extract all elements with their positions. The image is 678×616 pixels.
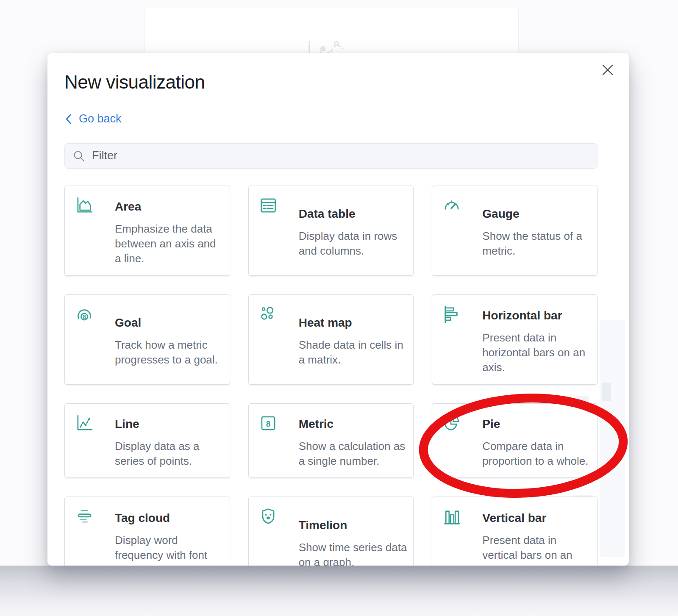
viz-card-metric[interactable]: 8 Metric Show a calculation as a single … — [248, 403, 414, 478]
gauge-icon — [442, 196, 461, 215]
filter-input-wrapper — [64, 143, 597, 169]
svg-text:8: 8 — [266, 419, 270, 428]
card-title: Goal — [115, 314, 224, 332]
heat-map-icon — [259, 305, 278, 324]
viz-card-timelion[interactable]: Timelion Show time series data on a grap… — [248, 497, 414, 566]
card-title: Vertical bar — [482, 509, 591, 527]
horizontal-bar-icon — [442, 305, 461, 324]
card-description: Track how a metric progresses to a goal. — [115, 338, 224, 367]
card-title: Pie — [482, 415, 591, 433]
area-chart-icon — [75, 196, 94, 215]
card-description: Emphasize the data between an axis and a… — [115, 222, 224, 266]
viz-type-grid: Area Emphasize the data between an axis … — [64, 186, 597, 566]
filter-input[interactable] — [92, 149, 589, 162]
card-title: Tag cloud — [115, 509, 224, 527]
card-title: Line — [115, 415, 224, 433]
goal-icon: 8 — [75, 305, 94, 324]
svg-text:8: 8 — [83, 314, 86, 320]
data-table-icon — [259, 196, 278, 215]
card-description: Compare data in proportion to a whole. — [482, 439, 591, 469]
card-description: Display data as a series of points. — [115, 439, 224, 469]
card-description: Show the status of a metric. — [482, 229, 591, 258]
search-icon — [72, 150, 85, 162]
chevron-left-icon — [64, 114, 73, 125]
card-title: Gauge — [482, 205, 591, 223]
viz-card-horizontal-bar[interactable]: Horizontal bar Present data in horizonta… — [432, 294, 597, 385]
viz-card-gauge[interactable]: Gauge Show the status of a metric. — [432, 186, 597, 276]
page: { "modal": { "title": "New visualization… — [0, 0, 678, 616]
close-icon — [602, 64, 614, 76]
new-visualization-modal: New visualization Go back Area Emphasize… — [47, 53, 629, 566]
metric-icon: 8 — [259, 414, 278, 433]
card-title: Horizontal bar — [482, 307, 591, 325]
viz-card-heat-map[interactable]: Heat map Shade data in cells in a matrix… — [248, 294, 414, 385]
card-description: Display data in rows and columns. — [299, 229, 408, 258]
tag-cloud-icon — [75, 507, 94, 526]
close-button[interactable] — [599, 61, 616, 78]
viz-card-vertical-bar[interactable]: Vertical bar Present data in vertical ba… — [432, 497, 597, 566]
viz-card-goal[interactable]: 8 Goal Track how a metric progresses to … — [64, 294, 230, 385]
card-title: Metric — [299, 415, 408, 433]
timelion-icon — [259, 507, 278, 526]
go-back-label: Go back — [79, 112, 122, 125]
card-description: Present data in horizontal bars on an ax… — [482, 330, 591, 375]
card-title: Data table — [299, 205, 408, 223]
line-chart-icon — [75, 414, 94, 433]
go-back-link[interactable]: Go back — [64, 112, 122, 125]
card-title: Heat map — [299, 314, 408, 332]
card-description: Display word frequency with font size. — [115, 533, 224, 566]
card-title: Area — [115, 198, 224, 216]
card-description: Show a calculation as a single number. — [299, 439, 408, 469]
viz-card-data-table[interactable]: Data table Display data in rows and colu… — [248, 186, 414, 276]
viz-card-pie[interactable]: Pie Compare data in proportion to a whol… — [432, 403, 597, 478]
card-title: Timelion — [299, 516, 408, 534]
viz-card-line[interactable]: Line Display data as a series of points. — [64, 403, 230, 478]
page-title: New visualization — [64, 53, 597, 93]
card-description: Show time series data on a graph. — [299, 540, 408, 566]
viz-card-tag-cloud[interactable]: Tag cloud Display word frequency with fo… — [64, 497, 230, 566]
card-description: Present data in vertical bars on an axis… — [482, 533, 591, 566]
viz-card-area[interactable]: Area Emphasize the data between an axis … — [64, 186, 230, 276]
page-floor-shadow — [0, 566, 678, 616]
vertical-bar-icon — [442, 507, 461, 526]
pie-chart-icon — [442, 414, 461, 433]
background-card — [144, 8, 519, 58]
card-description: Shade data in cells in a matrix. — [299, 338, 408, 367]
